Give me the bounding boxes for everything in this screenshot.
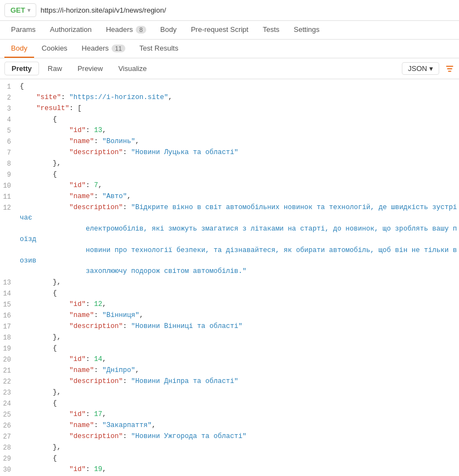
line-number: 19 xyxy=(0,343,20,354)
line-number: 10 xyxy=(0,180,20,192)
line-content: { xyxy=(20,288,459,299)
line-content: { xyxy=(20,453,459,464)
line-content: { xyxy=(20,169,459,180)
line-content: "description": "Новини Луцька та області… xyxy=(20,147,459,158)
line-number: 18 xyxy=(0,332,20,343)
code-line: 22 "description": "Новини Дніпра та обла… xyxy=(0,376,459,387)
code-line: 6 "name": "Волинь", xyxy=(0,136,459,147)
code-line: 25 "id": 17, xyxy=(0,409,459,420)
line-number: 29 xyxy=(0,453,20,464)
line-number: 22 xyxy=(0,376,20,387)
line-number: 20 xyxy=(0,354,20,365)
line-number xyxy=(0,224,20,225)
url-input[interactable] xyxy=(41,6,455,14)
line-content: { xyxy=(20,398,459,409)
code-line: 9 { xyxy=(0,169,459,180)
line-content: }, xyxy=(20,158,459,169)
code-line: 23 }, xyxy=(0,387,459,398)
line-content: "description": "Новини Дніпра та області… xyxy=(20,376,459,387)
code-line: 5 "id": 13, xyxy=(0,125,459,136)
line-content: "id": 12, xyxy=(20,299,459,310)
line-number: 26 xyxy=(0,420,20,431)
line-content: електромобілів, які зможуть змагатися з … xyxy=(20,224,459,245)
code-line: 28 }, xyxy=(0,442,459,453)
line-content: захоплюючу подорож світом автомобілів." xyxy=(20,266,459,277)
code-line: 8 }, xyxy=(0,158,459,169)
line-content: "name": "Дніпро", xyxy=(20,365,459,376)
line-number: 23 xyxy=(0,387,20,398)
format-bar: Pretty Raw Preview Visualize JSON ▾ xyxy=(0,58,459,79)
code-line: 12 "description": "Відкрите вікно в світ… xyxy=(0,203,459,224)
code-line: 20 "id": 14, xyxy=(0,354,459,365)
tab-response-cookies[interactable]: Cookies xyxy=(35,40,74,58)
format-chevron-icon: ▾ xyxy=(429,64,433,73)
code-line: новини про технології безпеки, та дізнав… xyxy=(0,245,459,267)
code-line: 10 "id": 7, xyxy=(0,180,459,192)
tab-prerequest[interactable]: Pre-request Script xyxy=(184,21,255,39)
line-content: "description": "Новини Ужгорода та облас… xyxy=(20,431,459,442)
pretty-button[interactable]: Pretty xyxy=(4,62,39,75)
format-dropdown[interactable]: JSON ▾ xyxy=(402,62,439,75)
line-content: "name": "Авто", xyxy=(20,192,459,202)
line-number: 3 xyxy=(0,103,20,114)
code-line: 4 { xyxy=(0,114,459,125)
line-number: 8 xyxy=(0,158,20,169)
tab-tests[interactable]: Tests xyxy=(256,21,286,39)
line-number: 12 xyxy=(0,203,20,214)
line-content: "site": "https://i-horizon.site", xyxy=(20,92,459,103)
line-content: "id": 7, xyxy=(20,180,459,191)
chevron-down-icon: ▾ xyxy=(27,7,30,13)
line-content: "name": "Волинь", xyxy=(20,136,459,147)
code-line: 18 }, xyxy=(0,332,459,343)
filter-icon[interactable] xyxy=(445,64,455,74)
tab-authorization[interactable]: Authorization xyxy=(43,21,98,39)
line-number: 4 xyxy=(0,114,20,125)
line-content: "name": "Вінниця", xyxy=(20,310,459,321)
request-tab-bar: Params Authorization Headers 8 Body Pre-… xyxy=(0,21,459,40)
code-line: 1{ xyxy=(0,81,459,92)
line-content: }, xyxy=(20,332,459,343)
line-content: новини про технології безпеки, та дізнав… xyxy=(20,245,459,267)
code-line: 24 { xyxy=(0,398,459,409)
method-dropdown[interactable]: GET ▾ xyxy=(4,3,36,17)
line-content: "id": 13, xyxy=(20,125,459,136)
code-line: захоплюючу подорож світом автомобілів." xyxy=(0,266,459,277)
code-line: 26 "name": "Закарпаття", xyxy=(0,420,459,431)
code-line: 7 "description": "Новини Луцька та облас… xyxy=(0,147,459,158)
line-number xyxy=(0,266,20,267)
code-line: 2 "site": "https://i-horizon.site", xyxy=(0,92,459,103)
format-label: JSON xyxy=(408,64,427,73)
line-number: 28 xyxy=(0,442,20,453)
line-content: }, xyxy=(20,277,459,288)
line-content: }, xyxy=(20,387,459,398)
tab-response-testresults[interactable]: Test Results xyxy=(133,40,185,58)
tab-response-headers[interactable]: Headers 11 xyxy=(75,40,132,58)
line-content: "id": 17, xyxy=(20,409,459,420)
line-content: { xyxy=(20,343,459,354)
code-line: 13 }, xyxy=(0,277,459,288)
tab-body[interactable]: Body xyxy=(154,21,184,39)
code-line: 29 { xyxy=(0,453,459,464)
line-number: 2 xyxy=(0,92,20,103)
preview-button[interactable]: Preview xyxy=(71,62,109,75)
tab-headers[interactable]: Headers 8 xyxy=(99,21,153,39)
tab-params[interactable]: Params xyxy=(4,21,42,39)
code-line: 30 "id": 19, xyxy=(0,464,459,475)
line-number: 27 xyxy=(0,431,20,442)
line-number: 17 xyxy=(0,321,20,332)
line-number: 14 xyxy=(0,288,20,299)
visualize-button[interactable]: Visualize xyxy=(112,62,153,75)
line-number: 25 xyxy=(0,409,20,420)
tab-response-body[interactable]: Body xyxy=(4,40,34,58)
line-number: 16 xyxy=(0,310,20,321)
line-content: "id": 14, xyxy=(20,354,459,365)
line-content: "description": "Відкрите вікно в світ ав… xyxy=(20,203,459,224)
line-content: "id": 19, xyxy=(20,464,459,475)
code-line: 15 "id": 12, xyxy=(0,299,459,310)
line-number: 13 xyxy=(0,277,20,288)
line-number: 21 xyxy=(0,365,20,376)
response-tab-bar: Body Cookies Headers 11 Test Results xyxy=(0,40,459,58)
tab-settings[interactable]: Settings xyxy=(287,21,326,39)
code-line: 27 "description": "Новини Ужгорода та об… xyxy=(0,431,459,442)
raw-button[interactable]: Raw xyxy=(41,62,69,75)
